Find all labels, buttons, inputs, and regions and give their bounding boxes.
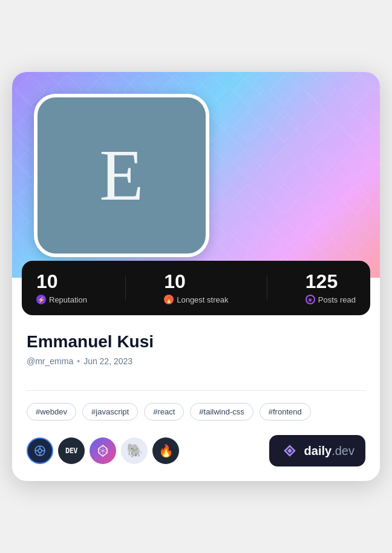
daily-dev-text: daily.dev — [304, 444, 354, 458]
posts-icon: ◉ — [305, 295, 315, 304]
tag-frontend[interactable]: #frontend — [260, 403, 311, 420]
dev-badge: DEV — [58, 437, 85, 464]
bottom-bar: DEV 🐘 🔥 daily.dev — [12, 435, 380, 481]
reputation-stat: 10 ⚡ Reputation — [36, 272, 87, 304]
stat-divider-2 — [267, 276, 267, 300]
avatar: E — [34, 94, 209, 257]
crosshair-badge — [27, 437, 53, 464]
profile-handle: @mr_emma — [27, 356, 73, 366]
hero-banner: E — [12, 72, 380, 278]
streak-icon: 🔥 — [164, 295, 174, 304]
tags-section: #webdev #javascript #react #tailwind-css… — [12, 403, 380, 420]
svg-point-2 — [38, 449, 42, 453]
gradient-badge — [90, 437, 116, 464]
reputation-value: 10 — [36, 272, 58, 291]
tag-webdev[interactable]: #webdev — [27, 403, 76, 420]
posts-stat: 125 ◉ Posts read — [305, 272, 356, 304]
flame-badge: 🔥 — [152, 437, 179, 464]
elephant-badge: 🐘 — [121, 437, 148, 464]
posts-value: 125 — [305, 272, 338, 291]
profile-card: E 10 ⚡ Reputation 10 🔥 Longest streak 12… — [12, 72, 380, 481]
tag-tailwind[interactable]: #tailwind-css — [190, 403, 253, 420]
tag-react[interactable]: #react — [144, 403, 184, 420]
posts-label: ◉ Posts read — [305, 295, 356, 304]
stat-divider-1 — [125, 276, 126, 300]
streak-value: 10 — [164, 272, 186, 291]
daily-dev-branding: daily.dev — [269, 435, 365, 466]
meta-dot: • — [77, 356, 80, 366]
streak-label: 🔥 Longest streak — [164, 295, 228, 304]
avatar-letter: E — [99, 134, 143, 217]
stats-bar: 10 ⚡ Reputation 10 🔥 Longest streak 125 … — [22, 261, 370, 315]
daily-text: daily — [304, 444, 332, 458]
profile-divider — [27, 390, 365, 391]
badges-section: DEV 🐘 🔥 — [27, 437, 179, 464]
profile-name: Emmanuel Kusi — [27, 332, 365, 352]
dot-dev-text: .dev — [332, 444, 354, 458]
profile-meta: @mr_emma • Jun 22, 2023 — [27, 356, 365, 366]
profile-info: Emmanuel Kusi @mr_emma • Jun 22, 2023 — [12, 315, 380, 378]
reputation-label: ⚡ Reputation — [36, 295, 87, 304]
reputation-icon: ⚡ — [36, 295, 46, 304]
tag-javascript[interactable]: #javascript — [82, 403, 138, 420]
profile-joined: Jun 22, 2023 — [83, 356, 132, 366]
streak-stat: 10 🔥 Longest streak — [164, 272, 228, 304]
